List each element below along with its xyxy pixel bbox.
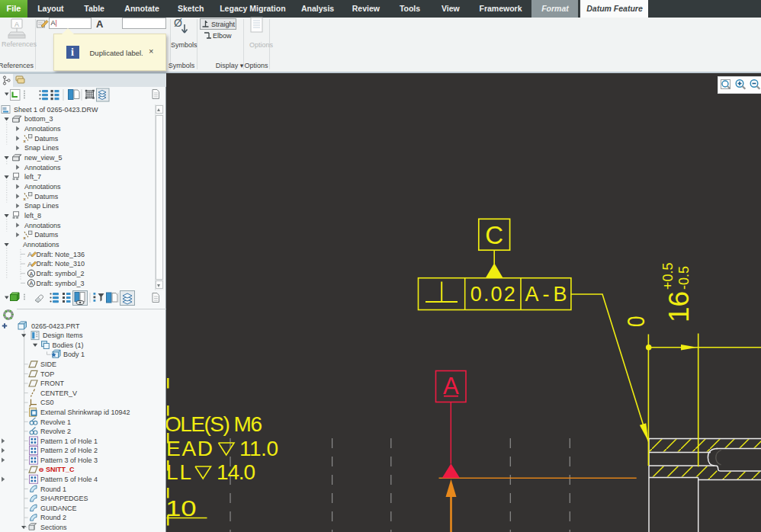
svg-text:x: x	[23, 197, 26, 201]
svg-text:Draft: symbol_2: Draft: symbol_2	[37, 270, 85, 277]
svg-text:SIDE: SIDE	[40, 361, 56, 368]
svg-text:A: A	[14, 21, 19, 28]
svg-text:Annotations: Annotations	[24, 183, 61, 191]
svg-text:Annotations: Annotations	[24, 222, 61, 229]
svg-text:16: 16	[663, 291, 695, 322]
svg-text:bottom_3: bottom_3	[24, 115, 53, 123]
svg-text:SHARPEDGES: SHARPEDGES	[40, 495, 88, 502]
svg-text:Pattern 2 of Hole 2: Pattern 2 of Hole 2	[40, 447, 98, 454]
svg-text:Datums: Datums	[34, 135, 59, 143]
svg-text:C: C	[485, 221, 503, 249]
svg-text:0.02: 0.02	[470, 283, 515, 306]
svg-text:0: 0	[623, 316, 650, 328]
svg-text:A: A	[27, 250, 33, 258]
svg-text:TOP: TOP	[40, 370, 54, 378]
svg-text:Revolve 2: Revolve 2	[40, 428, 71, 435]
svg-text:left_8: left_8	[24, 212, 41, 220]
svg-text:Pattern 1 of Hole 1: Pattern 1 of Hole 1	[40, 437, 98, 445]
svg-text:Round 2: Round 2	[40, 514, 66, 521]
svg-text:Draft: Note_310: Draft: Note_310	[37, 260, 85, 268]
svg-text:+0.5: +0.5	[660, 262, 676, 290]
svg-text:10: 10	[166, 495, 197, 521]
svg-text:Snap Lines: Snap Lines	[24, 202, 59, 210]
svg-text:Draft: Note_136: Draft: Note_136	[37, 251, 85, 258]
svg-text:OLE(S) M6: OLE(S) M6	[166, 412, 262, 436]
svg-text:A: A	[443, 373, 459, 399]
svg-text:14.0: 14.0	[217, 460, 255, 484]
svg-text:11.0: 11.0	[239, 437, 278, 460]
svg-text:CENTER_V: CENTER_V	[40, 389, 77, 397]
svg-text:Snap Lines: Snap Lines	[24, 144, 59, 152]
svg-text:A-B: A-B	[525, 283, 567, 306]
svg-text:External Shrinkwrap id 10942: External Shrinkwrap id 10942	[40, 409, 130, 416]
svg-text:GUIDANCE: GUIDANCE	[40, 505, 77, 512]
svg-text:Annotations: Annotations	[23, 241, 59, 248]
svg-text:Body 1: Body 1	[63, 351, 85, 358]
svg-text:FRONT: FRONT	[40, 380, 64, 387]
svg-text:CS0: CS0	[40, 399, 54, 406]
svg-text:A: A	[29, 271, 33, 277]
svg-text:Revolve 1: Revolve 1	[40, 418, 71, 426]
svg-text:Annotations: Annotations	[24, 164, 61, 171]
svg-text:LL: LL	[166, 460, 191, 484]
svg-text:Θ: Θ	[39, 466, 43, 473]
svg-text:0265-0423.PRT: 0265-0423.PRT	[31, 322, 80, 330]
svg-text:Pattern 5 of Hole 4: Pattern 5 of Hole 4	[40, 476, 98, 483]
svg-text:Datums: Datums	[34, 193, 59, 200]
svg-text:A: A	[29, 280, 33, 287]
svg-text:Sections: Sections	[40, 524, 67, 531]
svg-text:EAD: EAD	[166, 437, 213, 460]
svg-text:Ø: Ø	[174, 17, 182, 29]
svg-text:SNITT_C: SNITT_C	[46, 466, 75, 473]
svg-text:Design Items: Design Items	[43, 332, 83, 339]
svg-text:Datums: Datums	[34, 231, 59, 239]
svg-text:new_view_5: new_view_5	[24, 154, 63, 162]
svg-text:Round 1: Round 1	[40, 486, 66, 493]
svg-text:left_7: left_7	[24, 173, 41, 181]
svg-text:Draft: symbol_3: Draft: symbol_3	[37, 280, 85, 287]
svg-text:Bodies (1): Bodies (1)	[53, 341, 84, 349]
svg-text:Sheet 1 of 0265-0423.DRW: Sheet 1 of 0265-0423.DRW	[14, 106, 98, 114]
svg-text:A: A	[27, 260, 33, 268]
svg-text:Pattern 3 of Hole 3: Pattern 3 of Hole 3	[40, 457, 98, 464]
svg-text:-0.5: -0.5	[676, 266, 692, 290]
svg-text:x: x	[23, 236, 26, 240]
svg-text:Annotations: Annotations	[24, 125, 61, 133]
svg-text:x: x	[23, 139, 26, 143]
